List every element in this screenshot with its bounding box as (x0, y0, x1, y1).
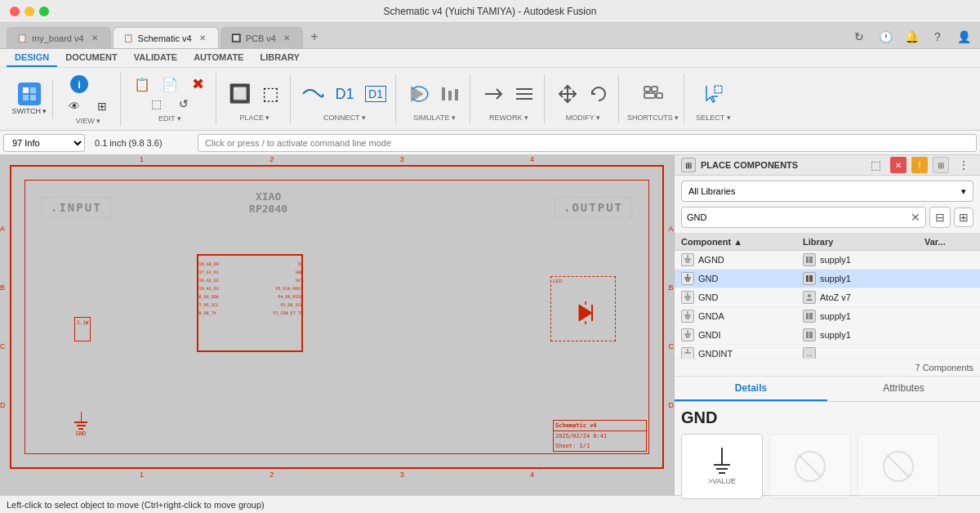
rework-btn2[interactable] (510, 76, 539, 112)
place-component-button[interactable]: ⬚ (256, 76, 285, 112)
search-clear-button[interactable]: ✕ (911, 211, 920, 224)
gnd2-lib-icon (803, 291, 816, 304)
info-view-button[interactable]: i (61, 73, 97, 96)
info-dropdown[interactable]: 97 Info (3, 134, 85, 152)
simulate-settings-button[interactable] (435, 76, 465, 112)
connect-net-button[interactable] (299, 76, 328, 112)
table-row-agnd[interactable]: AGND supply1 (675, 251, 980, 270)
ribbon-tabs: DESIGN DOCUMENT VALIDATE AUTOMATE LIBRAR… (0, 49, 980, 67)
svg-rect-2 (23, 95, 29, 100)
user-avatar[interactable]: 👤 (954, 27, 973, 47)
ribbon-tab-automate[interactable]: AUTOMATE (185, 49, 252, 67)
eye-button[interactable]: 👁 (61, 97, 87, 115)
rotate-button[interactable]: ↺ (171, 95, 197, 113)
border-letter-d-right: D (669, 401, 675, 409)
simulate-settings-icon (440, 84, 460, 104)
move-button[interactable]: ⬚ (143, 95, 169, 113)
search-settings-button[interactable]: ⊟ (929, 207, 951, 228)
detail-tab-details-label: Details (735, 382, 767, 394)
copy-button[interactable]: 📋 (129, 75, 155, 93)
simulate-run-button[interactable] (404, 76, 434, 112)
col-header-component[interactable]: Component ▲ (681, 237, 803, 247)
led-symbol (576, 301, 595, 328)
tab-pcb[interactable]: 🔲 PCB v4 ✕ (220, 27, 303, 48)
place-wire-button[interactable]: 🔲 (225, 76, 254, 112)
svg-rect-3 (30, 95, 36, 100)
clock-icon[interactable]: 🕐 (875, 27, 895, 47)
grid-view-button[interactable]: ⊞ (89, 97, 115, 115)
ribbon-tab-document[interactable]: DOCUMENT (57, 49, 126, 67)
table-row-gnda[interactable]: GNDA supply1 (675, 307, 980, 326)
panel-more-button[interactable]: ⋮ (954, 155, 973, 175)
cell-gndi-library: supply1 (803, 328, 924, 341)
connect-label-button[interactable]: D1 (361, 76, 390, 112)
tab-close-pcb[interactable]: ✕ (281, 33, 292, 44)
border-letter-d-left: D (0, 401, 6, 409)
ribbon-group-select: SELECT ▾ (688, 74, 738, 123)
canvas-area[interactable]: 1 2 3 4 1 2 3 4 A B C D (0, 155, 674, 495)
gndi-label: GNDI (698, 330, 721, 340)
border-letter-a-right: A (669, 225, 675, 233)
detail-tab-attributes-label: Attributes (883, 382, 924, 394)
col-header-library[interactable]: Library (803, 237, 924, 247)
cell-gndint-name: GNDINT (681, 347, 803, 359)
switch-button[interactable]: SWITCH ▾ (11, 81, 47, 117)
tab-close-schematic[interactable]: ✕ (197, 33, 208, 44)
app-title: Schematic v4 (Yuichi TAMIYA) - Autodesk … (384, 6, 597, 17)
svg-rect-0 (23, 87, 29, 93)
detail-tab-attributes[interactable]: Attributes (827, 377, 980, 401)
table-row-gndi[interactable]: GNDI supply1 (675, 326, 980, 345)
select-button[interactable] (693, 76, 733, 112)
table-row-gndint[interactable]: GNDINT ... (675, 345, 980, 359)
shortcuts-button[interactable] (633, 76, 674, 112)
detail-preview-3d (858, 434, 939, 499)
panel-error-button[interactable]: ✕ (890, 157, 906, 173)
cell-gnda-name: GNDA (681, 310, 803, 323)
panel-warning-button[interactable]: ! (911, 157, 928, 173)
delete-button[interactable]: ✖ (185, 75, 211, 93)
detail-tab-details[interactable]: Details (675, 377, 827, 401)
bell-icon[interactable]: 🔔 (902, 27, 921, 47)
command-line-input[interactable] (198, 134, 977, 152)
modify-refresh-button[interactable] (584, 76, 613, 112)
view-group-label: VIEW ▾ (76, 117, 101, 125)
close-button[interactable] (10, 7, 20, 16)
add-tab-button[interactable]: + (305, 27, 324, 47)
gndi-icon (681, 328, 694, 341)
svg-point-38 (808, 294, 811, 297)
panel-grid-button[interactable]: ⊞ (933, 157, 949, 173)
minimize-button[interactable] (24, 7, 34, 16)
search-add-button[interactable]: ⊞ (954, 207, 973, 227)
connect-bus-button[interactable]: D1 (330, 76, 359, 112)
ribbon-group-modify: MODIFY ▾ (548, 74, 619, 123)
gnd-preview-h2 (716, 468, 728, 470)
tab-close-my-board[interactable]: ✕ (89, 33, 100, 44)
modify-btns (553, 76, 613, 112)
ribbon-tab-library[interactable]: LIBRARY (252, 49, 307, 67)
gnd-lib-icon (803, 272, 816, 285)
ribbon-tab-design[interactable]: DESIGN (7, 49, 57, 67)
gnd-preview-h3 (719, 472, 725, 474)
col-header-var[interactable]: Var... (924, 237, 973, 247)
cell-gnd-name: GND (681, 272, 803, 285)
library-selector[interactable]: All Libraries ▾ (681, 181, 973, 202)
maximize-button[interactable] (39, 7, 49, 16)
ribbon-tab-validate[interactable]: VALIDATE (126, 49, 185, 67)
table-row-gnd-selected[interactable]: GND supply1 (675, 270, 980, 288)
panel-cursor-button[interactable]: ⬚ (866, 155, 885, 175)
search-input[interactable] (687, 212, 911, 222)
tab-schematic[interactable]: 📋 Schematic v4 ✕ (113, 27, 219, 48)
cell-agnd-name: AGND (681, 253, 803, 266)
refresh-icon[interactable]: ↻ (849, 27, 869, 47)
tab-my-board[interactable]: 📋 my_board v4 ✕ (7, 27, 111, 48)
help-icon[interactable]: ? (928, 27, 947, 47)
modify-move-button[interactable] (553, 76, 582, 112)
wire-icon: 🔲 (229, 83, 251, 105)
rework-btn1[interactable] (479, 76, 508, 112)
title-block-name: Schematic v4 (554, 421, 646, 431)
gnd-preview-symbol: >VALUE (708, 448, 736, 485)
paste-button[interactable]: 📄 (157, 75, 183, 93)
table-row-gnd-atoz[interactable]: GND AtoZ v7 (675, 288, 980, 307)
connect-net-icon (301, 82, 326, 106)
switch-label: 2.1W (77, 319, 88, 325)
